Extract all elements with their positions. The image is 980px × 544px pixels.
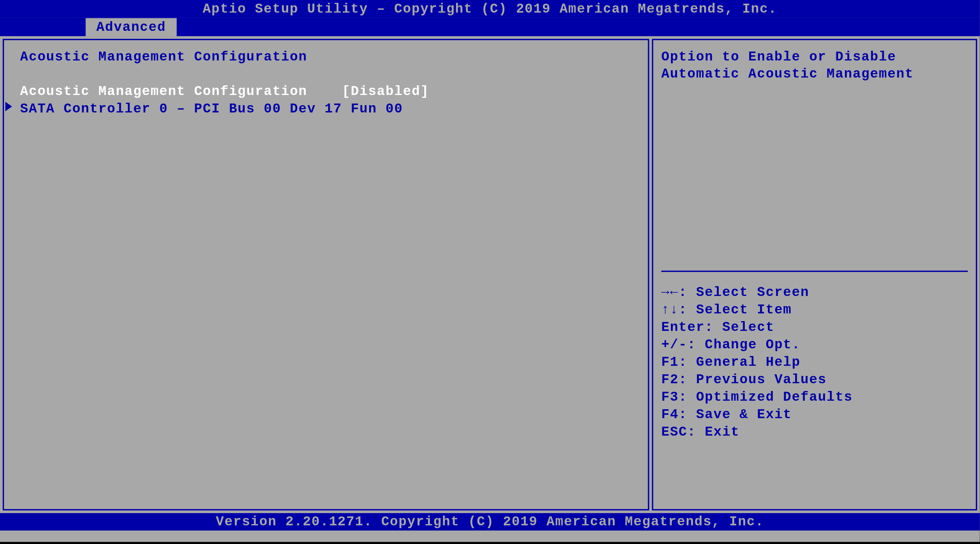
header-title: Aptio Setup Utility – Copyright (C) 2019… (203, 1, 777, 16)
body-row: Acoustic Management Configuration Acoust… (0, 36, 980, 513)
submenu-arrow-icon (5, 102, 12, 111)
keybind-change-opt: +/-: Change Opt. (661, 336, 968, 354)
tab-advanced[interactable]: Advanced (86, 18, 176, 37)
tab-label: Advanced (97, 19, 166, 35)
bios-setup-utility: Aptio Setup Utility – Copyright (C) 2019… (0, 0, 980, 542)
submenu-label: SATA Controller 0 – PCI Bus 00 Dev 17 Fu… (20, 101, 403, 117)
keybind-optimized-defaults: F3: Optimized Defaults (661, 389, 968, 406)
help-divider (661, 271, 968, 272)
section-title: Acoustic Management Configuration (20, 48, 632, 66)
help-panel: Option to Enable or Disable Automatic Ac… (652, 39, 977, 511)
keybind-previous-values: F2: Previous Values (661, 371, 968, 389)
keybind-select-item: ↑↓: Select Item (661, 302, 968, 319)
setting-acoustic-management[interactable]: Acoustic Management Configuration [Disab… (20, 83, 632, 101)
setting-label: Acoustic Management Configuration (20, 83, 307, 101)
footer-bar: Version 2.20.1271. Copyright (C) 2019 Am… (0, 513, 980, 531)
keybind-select: Enter: Select (661, 319, 968, 336)
header-bar: Aptio Setup Utility – Copyright (C) 2019… (0, 0, 980, 17)
keybind-save-exit: F4: Save & Exit (661, 406, 968, 423)
tab-bar: Advanced (0, 17, 980, 36)
keybind-general-help: F1: General Help (661, 354, 968, 371)
footer-text: Version 2.20.1271. Copyright (C) 2019 Am… (216, 514, 764, 529)
keybinds-list: →←: Select Screen ↑↓: Select Item Enter:… (661, 284, 968, 441)
keybind-exit: ESC: Exit (661, 423, 968, 441)
main-panel[interactable]: Acoustic Management Configuration Acoust… (3, 39, 649, 511)
help-text: Option to Enable or Disable Automatic Ac… (661, 48, 968, 83)
keybind-select-screen: →←: Select Screen (661, 284, 968, 302)
submenu-sata-controller-0[interactable]: SATA Controller 0 – PCI Bus 00 Dev 17 Fu… (20, 101, 632, 118)
setting-value: [Disabled] (342, 83, 429, 101)
